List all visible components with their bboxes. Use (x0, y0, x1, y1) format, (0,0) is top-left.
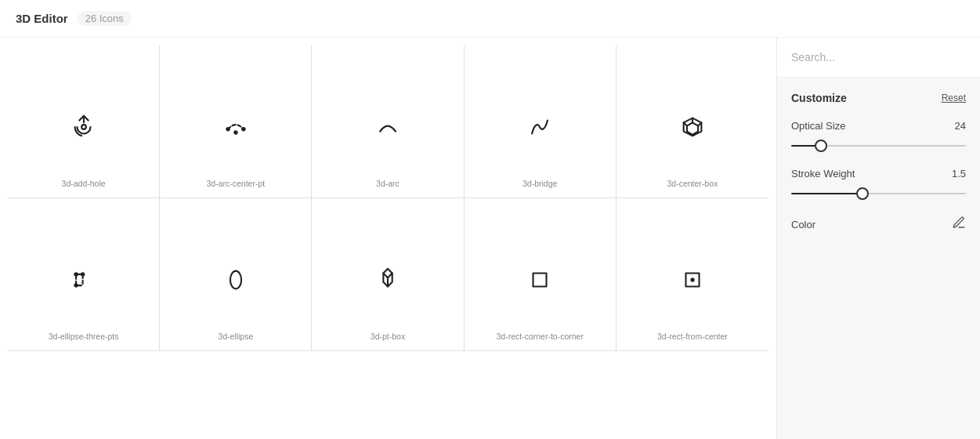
optical-size-slider[interactable] (791, 145, 966, 147)
icon-label-3d-ellipse-three-pts: 3d-ellipse-three-pts (11, 332, 156, 341)
svg-point-10 (74, 273, 77, 275)
icon-label-3d-arc: 3d-arc (315, 179, 460, 188)
icon-cell-3d-rect-corner-to-corner[interactable]: 3d-rect-corner-to-corner (465, 198, 617, 351)
stroke-weight-value: 1.5 (952, 168, 966, 180)
icon-cell-3d-arc[interactable]: 3d-arc (312, 45, 464, 198)
icon-cell-3d-center-box[interactable]: 3d-center-box (617, 45, 768, 198)
icon-cell-3d-ellipse[interactable]: 3d-ellipse (160, 198, 312, 351)
reset-button[interactable]: Reset (942, 93, 966, 103)
optical-size-label-row: Optical Size 24 (791, 120, 966, 132)
icon-cell-3d-arc-center-pt[interactable]: 3d-arc-center-pt (160, 45, 312, 198)
search-input[interactable] (791, 51, 966, 63)
color-control: Color (791, 216, 966, 233)
svg-point-3 (234, 131, 237, 133)
optical-size-slider-container (791, 138, 966, 154)
customize-header: Customize Reset (791, 92, 966, 104)
icon-cell-3d-pt-box[interactable]: 3d-pt-box (312, 198, 464, 351)
icon-grid-area: 3d-add-hole 3d-arc-center-pt 3d-arc (0, 38, 776, 439)
sidebar: Customize Reset Optical Size 24 Stroke W… (776, 38, 980, 439)
customize-panel: Customize Reset Optical Size 24 Stroke W… (777, 78, 980, 439)
page-header: 3D Editor 26 Icons (0, 0, 980, 38)
icon-label-3d-arc-center-pt: 3d-arc-center-pt (163, 179, 308, 188)
icon-label-3d-pt-box: 3d-pt-box (315, 332, 460, 341)
svg-rect-17 (533, 274, 547, 287)
stroke-weight-slider[interactable] (791, 193, 966, 194)
stroke-weight-slider-container (791, 186, 966, 201)
color-picker-icon[interactable] (952, 216, 966, 233)
optical-size-control: Optical Size 24 (791, 120, 966, 154)
stroke-weight-label-row: Stroke Weight 1.5 (791, 168, 966, 180)
main-layout: 3d-add-hole 3d-arc-center-pt 3d-arc (0, 38, 980, 439)
icon-label-3d-rect-corner-to-corner: 3d-rect-corner-to-corner (468, 332, 613, 341)
icon-count-badge: 26 Icons (78, 11, 132, 26)
icon-cell-3d-rect-from-center[interactable]: 3d-rect-from-center (617, 198, 768, 351)
icon-grid: 3d-add-hole 3d-arc-center-pt 3d-arc (8, 45, 768, 351)
icon-label-3d-center-box: 3d-center-box (620, 179, 765, 188)
icon-label-3d-ellipse: 3d-ellipse (163, 332, 308, 341)
icon-cell-3d-add-hole[interactable]: 3d-add-hole (8, 45, 160, 198)
svg-point-11 (81, 273, 83, 275)
customize-title: Customize (791, 92, 847, 104)
stroke-weight-label: Stroke Weight (791, 168, 855, 180)
svg-point-0 (81, 125, 86, 129)
icon-label-3d-rect-from-center: 3d-rect-from-center (620, 332, 765, 341)
optical-size-value: 24 (955, 120, 966, 132)
optical-size-label: Optical Size (791, 120, 845, 132)
svg-point-19 (691, 278, 693, 281)
search-bar (777, 38, 980, 78)
svg-point-13 (230, 271, 241, 289)
stroke-weight-control: Stroke Weight 1.5 (791, 168, 966, 201)
color-label: Color (791, 219, 815, 230)
svg-point-2 (242, 128, 244, 130)
icon-cell-3d-ellipse-three-pts[interactable]: 3d-ellipse-three-pts (8, 198, 160, 351)
icon-label-3d-add-hole: 3d-add-hole (11, 179, 156, 188)
page-title: 3D Editor (16, 12, 68, 25)
icon-label-3d-bridge: 3d-bridge (468, 179, 613, 188)
svg-marker-5 (687, 122, 698, 135)
svg-point-1 (226, 128, 229, 130)
svg-point-12 (74, 284, 77, 286)
icon-cell-3d-bridge[interactable]: 3d-bridge (465, 45, 617, 198)
